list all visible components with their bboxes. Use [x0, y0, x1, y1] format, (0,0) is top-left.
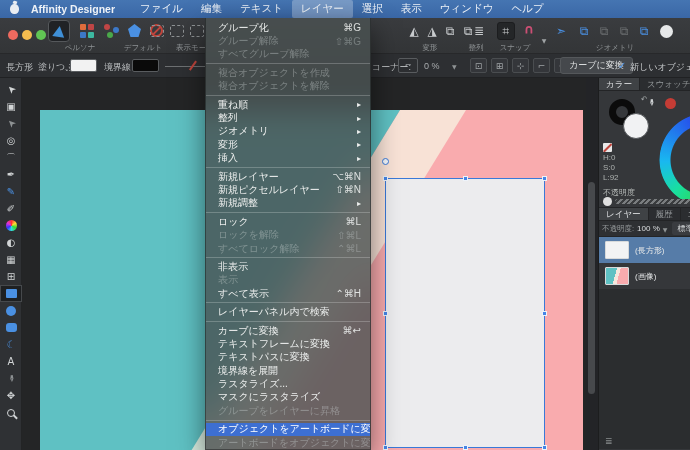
- geometry-add-button[interactable]: ⧉: [575, 22, 593, 40]
- menubar-item[interactable]: 編集: [192, 0, 231, 18]
- color-picker-tool[interactable]: ✒: [0, 370, 22, 387]
- fill-color-swatch[interactable]: [70, 59, 97, 72]
- app-menu[interactable]: Affinity Designer: [31, 3, 115, 15]
- menubar-item[interactable]: ヘルプ: [502, 0, 552, 18]
- menu-item[interactable]: ラスタライズ... ▸: [206, 377, 370, 390]
- no-color-swatch[interactable]: [603, 143, 612, 152]
- snapping-magnet-toggle[interactable]: ∪: [520, 22, 538, 40]
- ellipse-tool[interactable]: [0, 302, 22, 319]
- layer-row[interactable]: (画像): [599, 263, 690, 289]
- selected-rectangle[interactable]: [385, 178, 545, 448]
- menu-item[interactable]: 挿入 ▸: [206, 152, 370, 165]
- move-tool[interactable]: ➤: [0, 81, 22, 98]
- menubar-item[interactable]: 選択: [353, 0, 392, 18]
- menu-item[interactable]: 境界線を展開 ▸: [206, 364, 370, 377]
- rounded-rectangle-tool[interactable]: [0, 319, 22, 336]
- menu-item[interactable]: ロックを解除 ⇧⌘L ▸: [206, 228, 370, 241]
- handle-bottom-right[interactable]: [542, 445, 547, 450]
- menu-item[interactable]: ロック ⌘L ▸: [206, 215, 370, 228]
- menubar-item[interactable]: ウィンドウ: [431, 0, 503, 18]
- menu-item[interactable]: 整列 ▸: [206, 111, 370, 124]
- view-mode-retina-button[interactable]: [190, 25, 204, 37]
- node-selection-icon[interactable]: ➣: [552, 22, 570, 40]
- layer-row[interactable]: (長方形): [599, 237, 690, 263]
- zoom-tool[interactable]: [0, 404, 22, 421]
- pixel-persona-button[interactable]: [80, 24, 94, 38]
- menu-item[interactable]: ▸: [206, 321, 370, 322]
- hue-wheel[interactable]: [659, 113, 690, 207]
- menu-item[interactable]: テキストフレームに変換 ▸: [206, 337, 370, 350]
- menu-item[interactable]: グループ化 ⌘G ▸: [206, 21, 370, 34]
- menu-item[interactable]: すべてロック解除 ⌃⌘L ▸: [206, 242, 370, 255]
- layer-thumbnail[interactable]: [605, 241, 629, 259]
- default-style-button[interactable]: [128, 24, 141, 37]
- handle-bottom-center[interactable]: [463, 445, 468, 450]
- color-opacity-slider[interactable]: [615, 199, 690, 204]
- menu-item[interactable]: 新規調整 ▸: [206, 197, 370, 210]
- pen-tool[interactable]: ✒: [0, 166, 22, 183]
- context-icon-2[interactable]: ⊞: [491, 58, 508, 73]
- context-icon-3[interactable]: ⊹: [512, 58, 529, 73]
- menu-item[interactable]: 新規レイヤー ⌥⌘N ▸: [206, 170, 370, 183]
- menu-item[interactable]: レイヤーパネル内で検索 ▸: [206, 305, 370, 318]
- context-icon-4[interactable]: ⌐: [533, 58, 550, 73]
- menu-item[interactable]: テキストパスに変換 ▸: [206, 351, 370, 364]
- menu-item[interactable]: 複合オブジェクトを解除 ▸: [206, 80, 370, 93]
- color-panel-tab[interactable]: スウォッチ: [640, 78, 690, 90]
- layers-opacity-caret[interactable]: ▼: [663, 226, 668, 233]
- flip-vertical-button[interactable]: ◮: [423, 22, 441, 40]
- menu-item[interactable]: 非表示 ▸: [206, 260, 370, 273]
- color-opacity-handle[interactable]: [603, 197, 612, 206]
- apple-menu-icon[interactable]: [10, 4, 19, 14]
- menu-item[interactable]: オブジェクトをアートボードに変換 ▸: [206, 423, 370, 436]
- close-window-button[interactable]: [8, 30, 18, 40]
- handle-middle-left[interactable]: [383, 311, 388, 316]
- geometry-intersect-button[interactable]: ⧉: [615, 22, 633, 40]
- new-object-checkbox[interactable]: ✓: [618, 60, 626, 71]
- vertical-scrollbar-thumb[interactable]: [588, 182, 595, 394]
- zoom-window-button[interactable]: [36, 30, 46, 40]
- crop-tool[interactable]: ⊞: [0, 268, 22, 285]
- export-persona-button[interactable]: [104, 24, 120, 38]
- corner-radius-value[interactable]: 0 %: [424, 61, 440, 71]
- text-tool[interactable]: A: [0, 353, 22, 370]
- corner-radius-dropdown-caret[interactable]: ▼: [452, 63, 457, 70]
- color-panel-tab[interactable]: カラー: [599, 78, 640, 90]
- context-icon-1[interactable]: ⊡: [470, 58, 487, 73]
- corner-type-stepper[interactable]: ⌐: [398, 58, 418, 73]
- handle-top-left[interactable]: [383, 176, 388, 181]
- forward-one-button[interactable]: ⧉: [441, 22, 459, 40]
- insert-target-icon[interactable]: [660, 25, 673, 38]
- menubar-item[interactable]: テキスト: [231, 0, 292, 18]
- eyedropper-icon[interactable]: ✒: [646, 98, 657, 106]
- menu-item[interactable]: 変形 ▸: [206, 138, 370, 151]
- menu-item[interactable]: ジオメトリ ▸: [206, 125, 370, 138]
- view-tool[interactable]: ✥: [0, 387, 22, 404]
- stroke-width-slider[interactable]: [165, 66, 205, 67]
- rotation-handle[interactable]: [382, 158, 389, 165]
- artboard-tool[interactable]: ▣: [0, 98, 22, 115]
- pencil-tool[interactable]: ✎: [0, 183, 22, 200]
- layer-thumbnail[interactable]: [605, 267, 629, 285]
- corner-tool[interactable]: ⌒: [0, 149, 22, 166]
- menu-item[interactable]: ▸: [206, 167, 370, 168]
- stroke-color-swatch[interactable]: [132, 59, 159, 72]
- handle-top-right[interactable]: [542, 176, 547, 181]
- menu-item[interactable]: マスクにラスタライズ ▸: [206, 391, 370, 404]
- menu-item[interactable]: ▸: [206, 212, 370, 213]
- alignment-button[interactable]: ≣: [470, 22, 488, 40]
- view-mode-vector-button[interactable]: [150, 25, 164, 37]
- menu-item[interactable]: ▸: [206, 257, 370, 258]
- menu-item[interactable]: 表示 ▸: [206, 274, 370, 287]
- menu-item[interactable]: ▸: [206, 63, 370, 64]
- layers-panel-tab[interactable]: エフェクト: [681, 208, 690, 220]
- flip-horizontal-button[interactable]: ◭: [405, 22, 423, 40]
- menu-item[interactable]: ▸: [206, 95, 370, 96]
- menu-item[interactable]: アートボードをオブジェクトに変換 ▸: [206, 436, 370, 449]
- fill-tool[interactable]: [0, 217, 22, 234]
- menu-item[interactable]: ▸: [206, 302, 370, 303]
- blend-mode-select[interactable]: 標準: [672, 222, 690, 235]
- menu-item[interactable]: すべてグループ解除 ▸: [206, 48, 370, 61]
- layers-panel-tab[interactable]: レイヤー: [599, 208, 649, 220]
- node-tool[interactable]: ➤: [0, 115, 22, 132]
